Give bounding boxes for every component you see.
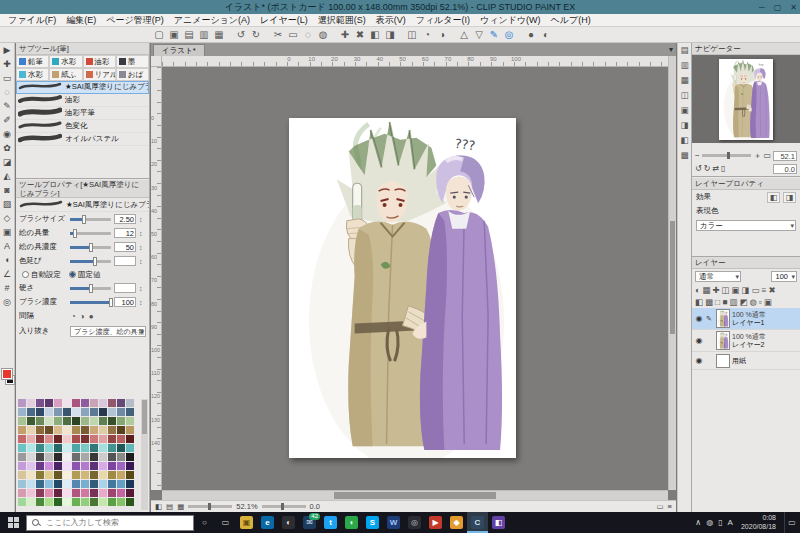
subtool-category-button[interactable]: 鉛筆 — [16, 55, 49, 68]
palette-swatch[interactable] — [81, 435, 89, 443]
palette-dock-icon[interactable]: ◧ — [678, 133, 691, 148]
palette-swatch[interactable] — [81, 444, 89, 452]
palette-swatch[interactable] — [117, 453, 125, 461]
layer-command-icon[interactable]: ▭ — [751, 285, 759, 295]
toolbar-icon[interactable]: ◨ — [383, 28, 397, 41]
toolbar-icon[interactable]: ◑ — [435, 28, 449, 41]
palette-swatch[interactable] — [117, 408, 125, 416]
palette-swatch[interactable] — [63, 462, 71, 470]
taskbar-app-icon[interactable]: ▭ — [215, 512, 236, 533]
palette-swatch[interactable] — [90, 417, 98, 425]
param-slider[interactable] — [70, 287, 111, 290]
palette-swatch[interactable] — [45, 489, 53, 497]
taskbar-app-icon[interactable]: W — [383, 512, 404, 533]
subtool-category-button[interactable]: 墨 — [116, 55, 149, 68]
layer-thumbnail[interactable] — [716, 309, 730, 328]
palette-swatch[interactable] — [108, 480, 116, 488]
tool-icon[interactable]: ▣ — [0, 225, 14, 239]
layer-command-icon[interactable]: ◩ — [739, 297, 747, 307]
palette-swatch[interactable] — [117, 471, 125, 479]
palette-swatch[interactable] — [90, 498, 98, 506]
palette-swatch[interactable] — [18, 399, 26, 407]
palette-swatch[interactable] — [72, 408, 80, 416]
palette-swatch[interactable] — [18, 453, 26, 461]
visibility-eye-icon[interactable]: ◉ — [694, 356, 704, 365]
palette-swatch[interactable] — [99, 453, 107, 461]
palette-swatch[interactable] — [27, 435, 35, 443]
palette-swatch[interactable] — [36, 444, 44, 452]
palette-swatch[interactable] — [18, 435, 26, 443]
palette-dock-icon[interactable]: ▣ — [678, 103, 691, 118]
taskbar-app-icon[interactable]: t — [320, 512, 341, 533]
palette-swatch[interactable] — [27, 489, 35, 497]
palette-swatch[interactable] — [36, 471, 44, 479]
toolbar-icon[interactable]: ▽ — [472, 28, 486, 41]
palette-swatch[interactable] — [27, 408, 35, 416]
tool-icon[interactable]: ▭ — [0, 71, 14, 85]
palette-swatch[interactable] — [18, 444, 26, 452]
taskbar-app-icon[interactable]: C — [467, 512, 488, 533]
toolbar-icon[interactable]: ↻ — [249, 28, 263, 41]
palette-swatch[interactable] — [36, 426, 44, 434]
palette-swatch[interactable] — [36, 462, 44, 470]
main-color-swatch[interactable] — [2, 369, 12, 379]
tool-icon[interactable]: A — [0, 239, 14, 253]
toolbar-icon[interactable]: ▣ — [167, 28, 181, 41]
palette-swatch[interactable] — [45, 417, 53, 425]
palette-swatch[interactable] — [81, 453, 89, 461]
visibility-eye-icon[interactable]: ◉ — [694, 314, 704, 323]
palette-swatch[interactable] — [81, 480, 89, 488]
palette-swatch[interactable] — [54, 444, 62, 452]
palette-swatch[interactable] — [45, 444, 53, 452]
palette-swatch[interactable] — [99, 480, 107, 488]
palette-swatch[interactable] — [126, 480, 134, 488]
layer-command-icon[interactable]: ▣ — [731, 285, 739, 295]
palette-swatch[interactable] — [99, 426, 107, 434]
palette-swatch[interactable] — [81, 399, 89, 407]
param-slider[interactable] — [70, 218, 111, 221]
toolbar-icon[interactable]: ▥ — [197, 28, 211, 41]
palette-swatch[interactable] — [126, 399, 134, 407]
border-effect-icon[interactable]: ◧ — [767, 192, 780, 203]
palette-dock-icon[interactable]: ▩ — [678, 148, 691, 163]
palette-swatch[interactable] — [117, 462, 125, 470]
layer-thumbnail[interactable] — [716, 331, 730, 350]
palette-dock-icon[interactable]: ▤ — [678, 43, 691, 58]
status-icon-4[interactable]: ▭ — [657, 502, 664, 511]
palette-swatch[interactable] — [108, 435, 116, 443]
palette-swatch[interactable] — [126, 471, 134, 479]
palette-swatch[interactable] — [72, 489, 80, 497]
brush-list-item[interactable]: オイルパステル — [16, 133, 149, 146]
menu-item[interactable]: ファイル(F) — [3, 14, 61, 27]
layer-command-icon[interactable]: ◍ — [749, 297, 756, 307]
palette-swatch[interactable] — [90, 426, 98, 434]
palette-swatch[interactable] — [18, 417, 26, 425]
palette-swatch[interactable] — [54, 498, 62, 506]
palette-swatch[interactable] — [45, 453, 53, 461]
palette-swatch[interactable] — [99, 408, 107, 416]
start-button[interactable] — [0, 512, 26, 533]
toolbar-icon[interactable]: ◫ — [405, 28, 419, 41]
palette-swatch[interactable] — [117, 480, 125, 488]
palette-swatch[interactable] — [126, 453, 134, 461]
menu-item[interactable]: 選択範囲(S) — [313, 14, 371, 27]
param-value[interactable]: 2.50 — [114, 214, 136, 224]
notification-center-icon[interactable]: ▭ — [784, 512, 799, 533]
palette-swatch[interactable] — [81, 408, 89, 416]
taskbar-app-icon[interactable]: ◆ — [446, 512, 467, 533]
toolbar-icon[interactable]: ✖ — [353, 28, 367, 41]
palette-swatch[interactable] — [63, 489, 71, 497]
tray-chevron-icon[interactable]: ∧ — [695, 518, 701, 527]
nav-reset-icon[interactable]: ▯ — [721, 164, 725, 173]
menu-item[interactable]: ヘルプ(H) — [546, 14, 596, 27]
param-value[interactable]: 50 — [114, 242, 136, 252]
palette-swatch[interactable] — [63, 471, 71, 479]
navigator-preview[interactable] — [692, 55, 800, 143]
palette-swatch[interactable] — [18, 471, 26, 479]
param-spinner-icon[interactable]: ↕ — [139, 299, 146, 306]
palette-swatch[interactable] — [99, 435, 107, 443]
palette-swatch[interactable] — [72, 471, 80, 479]
tone-effect-icon[interactable]: ◨ — [783, 192, 796, 203]
palette-swatch[interactable] — [99, 462, 107, 470]
palette-swatch[interactable] — [126, 498, 134, 506]
